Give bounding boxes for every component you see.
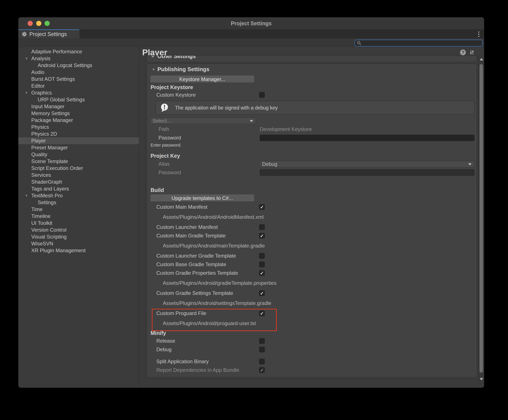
upgrade-templates-button[interactable]: Upgrade templates to C#... (150, 195, 254, 202)
project-key-header: Project Key (151, 153, 180, 159)
search-icon (357, 40, 362, 46)
custom-gradle-settings-row: Custom Gradle Settings Template ✓ (147, 290, 477, 296)
titlebar: Project Settings (18, 17, 484, 29)
custom-launcher-manifest-row: Custom Launcher Manifest ✓ (147, 224, 477, 230)
dropdown-arrow-icon (250, 120, 253, 122)
gear-icon (22, 31, 27, 37)
custom-launcher-gradle-checkbox[interactable]: ✓ (259, 253, 265, 259)
warning-bubble-icon (160, 103, 169, 113)
gradle-properties-path: Assets/Plugins/Android/gradleTemplate.pr… (163, 280, 277, 286)
custom-proguard-file-checkbox[interactable]: ✓ (259, 310, 265, 316)
sidebar-item-physics-2d[interactable]: Physics 2D (18, 130, 139, 137)
sidebar-item-tmp-settings[interactable]: Settings (18, 199, 139, 206)
sidebar-item-timeline[interactable]: Timeline (18, 213, 139, 220)
scroll-up-arrow-icon[interactable] (480, 58, 483, 60)
other-settings-foldout[interactable]: ▶ Other Settings (147, 55, 477, 59)
scroll-down-arrow-icon[interactable] (480, 378, 483, 380)
search-input[interactable] (362, 40, 482, 46)
help-icon[interactable]: ? (460, 50, 466, 55)
key-password-input[interactable] (260, 169, 474, 176)
sidebar-item-version-control[interactable]: Version Control (18, 226, 139, 233)
sidebar-item-wisesvn[interactable]: WiseSVN (18, 240, 139, 247)
sidebar-item-tags-and-layers[interactable]: Tags and Layers (18, 185, 139, 192)
sidebar-item-visual-scripting[interactable]: Visual Scripting (18, 233, 139, 240)
alias-dropdown[interactable]: Debug (260, 161, 474, 167)
tabbar-menu-kebab-icon[interactable] (478, 31, 479, 37)
project-keystore-header: Project Keystore (151, 84, 193, 90)
keystore-select-dropdown[interactable]: Select... (150, 117, 256, 124)
sidebar-item-adaptive-performance[interactable]: Adaptive Performance (18, 48, 139, 55)
custom-keystore-checkbox[interactable]: ✓ (259, 92, 265, 98)
sidebar-item-shadergraph[interactable]: ShaderGraph (18, 179, 139, 185)
keystore-path-row: Path Development Keystore (147, 126, 477, 132)
search-toolbar (18, 38, 484, 47)
sidebar-divider (139, 47, 139, 388)
custom-base-gradle-row: Custom Base Gradle Template ✓ (147, 261, 477, 268)
sidebar-item-urp-global-settings[interactable]: URP Global Settings (18, 96, 139, 103)
custom-main-gradle-checkbox[interactable]: ✓ (259, 233, 265, 239)
split-application-binary-checkbox[interactable]: ✓ (259, 359, 265, 364)
minify-debug-checkbox[interactable]: ✓ (259, 347, 265, 352)
sidebar-item-quality[interactable]: Quality (18, 151, 139, 158)
minify-release-row: Release ✓ (147, 338, 477, 344)
build-header: Build (151, 187, 164, 193)
sidebar-item-services[interactable]: Services (18, 172, 139, 179)
foldout-collapsed-triangle-icon: ▶ (152, 55, 155, 59)
presets-sliders-icon[interactable] (469, 50, 475, 55)
project-settings-window: Project Settings Project Settings (18, 17, 484, 388)
custom-gradle-settings-checkbox[interactable]: ✓ (259, 290, 265, 296)
main-manifest-path: Assets/Plugins/Android/AndroidManifest.x… (163, 214, 264, 220)
sidebar-item-burst-aot-settings[interactable]: Burst AOT Settings (18, 76, 139, 82)
tab-bar: Project Settings (18, 29, 484, 38)
sidebar-item-package-manager[interactable]: Package Manager (18, 117, 139, 124)
custom-main-manifest-checkbox[interactable]: ✓ (259, 204, 265, 210)
publishing-settings-foldout[interactable]: ▼ Publishing Settings (147, 66, 477, 73)
custom-main-manifest-row: Custom Main Manifest ✓ (147, 204, 477, 210)
key-password-row: Password (147, 169, 477, 176)
sidebar-item-scene-template[interactable]: Scene Template (18, 158, 139, 165)
split-application-binary-row: Split Application Binary ✓ (147, 358, 477, 365)
sidebar-item-audio[interactable]: Audio (18, 69, 139, 76)
publishing-settings-group: ▼ Publishing Settings Keystore Manager..… (147, 64, 477, 378)
keystore-password-input[interactable] (260, 135, 474, 141)
sidebar-item-player[interactable]: Player (18, 137, 139, 144)
window-title: Project Settings (18, 17, 484, 29)
settings-category-sidebar: Adaptive Performance ▼Analysis Android L… (18, 47, 139, 388)
sidebar-item-time[interactable]: Time (18, 206, 139, 213)
sidebar-item-preset-manager[interactable]: Preset Manager (18, 144, 139, 151)
sidebar-item-memory-settings[interactable]: Memory Settings (18, 110, 139, 117)
tab-project-settings[interactable]: Project Settings (18, 29, 80, 38)
custom-proguard-file-row: Custom Proguard File ✓ (147, 310, 477, 316)
minify-release-checkbox[interactable]: ✓ (259, 338, 265, 344)
sidebar-item-input-manager[interactable]: Input Manager (18, 103, 139, 110)
custom-gradle-properties-checkbox[interactable]: ✓ (259, 270, 265, 276)
scrollbar-thumb[interactable] (479, 64, 483, 373)
sidebar-item-physics[interactable]: Physics (18, 124, 139, 130)
sidebar-item-graphics[interactable]: ▼Graphics (18, 89, 139, 96)
settings-scroll-area: ▶ Other Settings ▼ Publishing Settings K… (145, 55, 479, 379)
dropdown-arrow-icon (468, 163, 471, 165)
sidebar-item-editor[interactable]: Editor (18, 82, 139, 89)
foldout-triangle-icon[interactable]: ▼ (25, 89, 28, 96)
keystore-path-value: Development Keystore (260, 126, 312, 132)
gradle-settings-path: Assets/Plugins/Android/settingsTemplate.… (163, 300, 271, 307)
search-field[interactable] (354, 40, 483, 46)
other-settings-group: ▶ Other Settings (147, 55, 477, 62)
sidebar-item-ui-toolkit[interactable]: UI Toolkit (18, 220, 139, 226)
custom-keystore-row: Custom Keystore ✓ (147, 92, 477, 98)
custom-main-gradle-row: Custom Main Gradle Template ✓ (147, 232, 477, 239)
custom-base-gradle-checkbox[interactable]: ✓ (259, 262, 265, 267)
foldout-triangle-icon[interactable]: ▼ (25, 192, 28, 199)
warning-text: The application will be signed with a de… (175, 105, 278, 111)
foldout-triangle-icon[interactable]: ▼ (25, 55, 28, 62)
minify-debug-row: Debug ✓ (147, 346, 477, 353)
sidebar-item-android-logcat-settings[interactable]: Android Logcat Settings (18, 62, 139, 69)
sidebar-item-textmesh-pro[interactable]: ▼TextMesh Pro (18, 192, 139, 199)
sidebar-item-xr-plugin-management[interactable]: XR Plugin Management (18, 247, 139, 254)
custom-launcher-manifest-checkbox[interactable]: ✓ (259, 224, 265, 230)
report-dependencies-checkbox: ✓ (259, 367, 265, 373)
sidebar-item-script-execution-order[interactable]: Script Execution Order (18, 165, 139, 172)
keystore-manager-button[interactable]: Keystore Manager... (150, 76, 254, 83)
sidebar-item-analysis[interactable]: ▼Analysis (18, 55, 139, 62)
vertical-scrollbar[interactable] (479, 55, 484, 384)
